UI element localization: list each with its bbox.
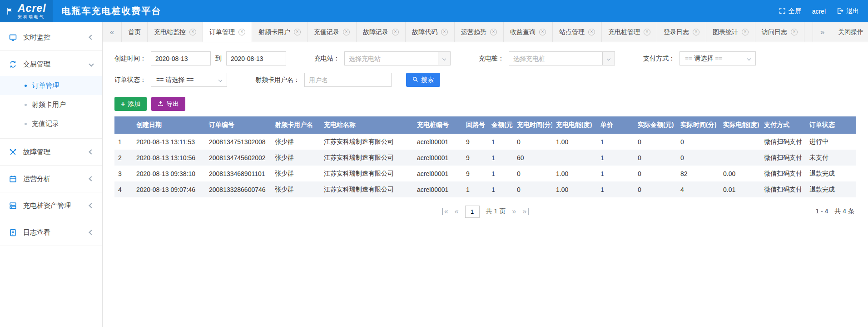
close-icon[interactable]: × (294, 29, 301, 35)
tab-access-log[interactable]: 访问日志 × (755, 22, 804, 42)
tabs-scroll-left-button[interactable]: « (103, 22, 122, 42)
search-icon (412, 76, 418, 84)
sidebar-subitem-order-management[interactable]: 订单管理 (0, 76, 102, 95)
cell-pile-no: acrel00001 (413, 150, 462, 166)
close-icon[interactable]: × (441, 29, 448, 35)
sidebar-subitem-recharge-records[interactable]: 充值记录 (0, 114, 102, 133)
last-page-button[interactable]: » (522, 208, 529, 215)
cell-rfid-user: 张少群 (271, 166, 320, 181)
tab-label: 图表统计 (713, 28, 738, 36)
tab-fault-records[interactable]: 故障记录 × (357, 22, 406, 42)
tab-revenue-query[interactable]: 收益查询 × (504, 22, 553, 42)
table-toolbar: + 添加 导出 (114, 97, 856, 111)
tab-recharge-records[interactable]: 充值记录 × (308, 22, 357, 42)
cell-station-name: 江苏安科瑞制造有限公司 (320, 134, 413, 150)
prev-page-button[interactable]: « (455, 208, 459, 215)
cell-charge-time: 60 (513, 150, 552, 166)
cell-loop-no: 9 (462, 166, 488, 181)
table-row[interactable]: 1 2020-08-13 13:11:53 2008134751302008 张… (114, 134, 856, 150)
close-icon[interactable]: × (742, 29, 749, 35)
cell-actual-energy (719, 134, 760, 150)
logo-subtext: 安科瑞电气 (18, 15, 46, 19)
table-row[interactable]: 4 2020-08-13 09:07:46 2008133286600746 张… (114, 181, 856, 197)
close-icon[interactable]: × (644, 29, 650, 35)
date-to-input[interactable] (226, 51, 286, 65)
tab-label: 充电站监控 (154, 28, 186, 36)
cell-actual-amount: 0 (634, 150, 677, 166)
close-tabs-menu[interactable]: 关闭操作 (832, 22, 868, 42)
close-icon[interactable]: × (490, 29, 497, 35)
col-loop-no: 回路号 (462, 116, 488, 134)
cell-order-no: 2008134745602002 (205, 150, 271, 166)
sidebar-item-operation-analysis[interactable]: 运营分析 (0, 167, 102, 191)
tab-station-monitor[interactable]: 充电站监控 × (148, 22, 203, 42)
add-label: 添加 (128, 100, 140, 108)
tab-chart-statistics[interactable]: 图表统计 × (706, 22, 755, 42)
tab-rfid-card-users[interactable]: 射频卡用户 × (252, 22, 308, 42)
fullscreen-button[interactable]: 全屏 (779, 7, 801, 15)
sidebar-item-transaction-management[interactable]: 交易管理 (0, 52, 102, 76)
cell-index: 3 (114, 166, 133, 181)
logout-icon (837, 7, 843, 15)
chevron-left-icon (89, 203, 94, 208)
sidebar-item-realtime-monitoring[interactable]: 实时监控 (0, 25, 102, 49)
table-row[interactable]: 3 2020-08-13 09:38:10 2008133468901101 张… (114, 166, 856, 181)
close-icon[interactable]: × (588, 29, 595, 35)
col-order-no: 订单编号 (205, 116, 271, 134)
tab-login-log[interactable]: 登录日志 × (657, 22, 706, 42)
chevron-left-icon (89, 149, 94, 154)
tab-charger-management[interactable]: 充电桩管理 × (602, 22, 657, 42)
flag-icon (6, 7, 15, 15)
tab-fault-codes[interactable]: 故障代码 × (406, 22, 455, 42)
sidebar-item-charger-asset-management[interactable]: 充电桩资产管理 (0, 194, 102, 217)
cell-actual-amount: 0 (634, 181, 677, 197)
sidebar-item-log-view[interactable]: 日志查看 (0, 221, 102, 244)
total-pages-label: 共 1 页 (486, 207, 506, 216)
rfid-username-input[interactable] (304, 73, 392, 87)
sidebar-subitem-label: 充值记录 (32, 120, 59, 128)
page-number-input[interactable] (465, 206, 480, 218)
sidebar-item-fault-management[interactable]: 故障管理 (0, 140, 102, 164)
cell-pay-method: 微信扫码支付 (760, 134, 806, 150)
export-button[interactable]: 导出 (151, 97, 185, 111)
tab-order-management[interactable]: 订单管理 × (203, 22, 252, 42)
user-menu[interactable]: acrel (812, 8, 826, 15)
asset-icon (9, 202, 17, 210)
date-from-input[interactable] (151, 51, 211, 65)
station-label: 充电站： (314, 55, 340, 63)
filter-row-2: 订单状态： == 请选择 == 射频卡用户名： 搜索 (114, 73, 856, 87)
order-status-select[interactable]: == 请选择 == (151, 73, 227, 87)
pay-method-select[interactable]: == 请选择 == (680, 51, 756, 65)
tab-label: 首页 (128, 28, 141, 36)
order-status-value: == 请选择 == (156, 76, 193, 84)
col-rfid-user: 射频卡用户名 (271, 116, 320, 134)
close-icon[interactable]: × (693, 29, 699, 35)
cell-create-date: 2020-08-13 09:38:10 (133, 166, 205, 181)
sidebar-subitem-rfid-card-users[interactable]: 射频卡用户 (0, 95, 102, 114)
pile-input[interactable] (509, 52, 602, 65)
search-button[interactable]: 搜索 (406, 73, 440, 87)
tab-operation-trend[interactable]: 运营趋势 × (455, 22, 504, 42)
next-page-button[interactable]: » (512, 208, 516, 215)
close-icon[interactable]: × (189, 29, 196, 35)
bullet-icon (25, 123, 27, 125)
chevron-down-icon[interactable] (602, 52, 615, 65)
close-icon[interactable]: × (392, 29, 399, 35)
close-icon[interactable]: × (791, 29, 798, 35)
close-icon[interactable]: × (343, 29, 350, 35)
first-page-button[interactable]: « (442, 208, 448, 215)
chevron-down-icon[interactable] (438, 52, 450, 65)
cell-pay-method: 微信扫码支付 (760, 150, 806, 166)
station-input[interactable] (345, 52, 438, 65)
close-icon[interactable]: × (238, 29, 245, 35)
logout-button[interactable]: 退出 (837, 7, 859, 15)
chevron-down-icon (747, 56, 751, 60)
tabs-scroll-right-button[interactable]: » (813, 22, 832, 42)
cell-rfid-user: 张少群 (271, 181, 320, 197)
tab-site-management[interactable]: 站点管理 × (553, 22, 602, 42)
table-row[interactable]: 2 2020-08-13 13:10:56 2008134745602002 张… (114, 150, 856, 166)
tab-home[interactable]: 首页 (122, 22, 148, 42)
close-icon[interactable]: × (539, 29, 546, 35)
logo-text: Acrel (18, 3, 46, 14)
add-button[interactable]: + 添加 (114, 97, 147, 111)
